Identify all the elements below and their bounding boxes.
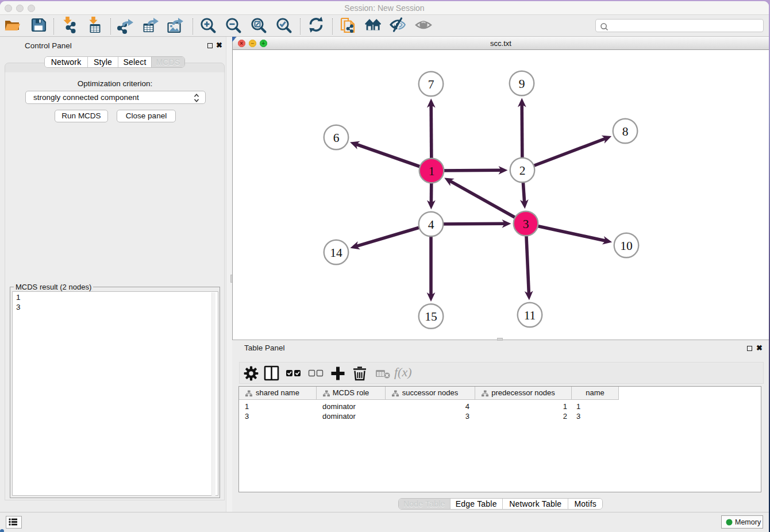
svg-text:8: 8 bbox=[622, 125, 629, 138]
svg-text:4: 4 bbox=[428, 218, 434, 232]
svg-text:11: 11 bbox=[524, 309, 536, 322]
svg-text:1: 1 bbox=[429, 164, 435, 178]
svg-text:3: 3 bbox=[523, 217, 529, 231]
svg-text:15: 15 bbox=[425, 310, 437, 323]
svg-text:9: 9 bbox=[519, 77, 525, 91]
svg-text:10: 10 bbox=[620, 239, 633, 253]
svg-text:14: 14 bbox=[330, 246, 342, 260]
svg-text:2: 2 bbox=[519, 164, 526, 178]
svg-text:7: 7 bbox=[428, 78, 434, 91]
svg-text:6: 6 bbox=[333, 131, 340, 145]
